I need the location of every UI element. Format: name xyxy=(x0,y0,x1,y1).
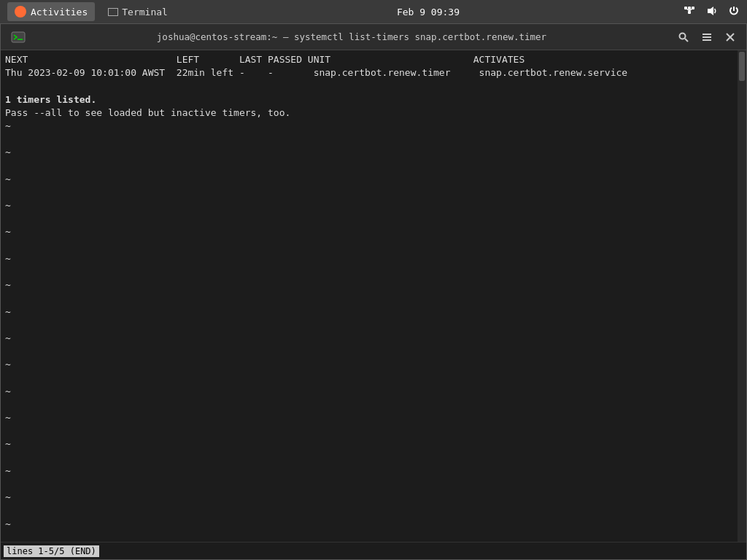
system-tray xyxy=(683,5,740,19)
tilde-1: ~ xyxy=(5,120,742,133)
tilde-11: ~ xyxy=(5,385,742,398)
svg-marker-7 xyxy=(708,7,713,15)
terminal-tab-label: Terminal xyxy=(122,7,168,18)
terminal-content[interactable]: NEXT LEFT LAST PASSED UNIT ACTIVATES Thu… xyxy=(1,50,746,542)
hamburger-icon xyxy=(701,31,713,43)
data-row-1: Thu 2023-02-09 10:01:00 AWST 22min left … xyxy=(5,67,627,78)
search-icon xyxy=(678,31,689,43)
tilde-4: ~ xyxy=(5,199,742,212)
activities-button[interactable]: Activities xyxy=(7,2,95,21)
status-text: lines 1-5/5 (END) xyxy=(4,545,99,557)
tilde-3: ~ xyxy=(5,173,742,186)
search-button[interactable] xyxy=(673,27,694,47)
tilde-13: ~ xyxy=(5,438,742,451)
title-bar: joshua@centos-stream:~ — systemctl list-… xyxy=(1,24,746,50)
tilde-15: ~ xyxy=(5,491,742,504)
tilde-2: ~ xyxy=(5,146,742,159)
svg-rect-3 xyxy=(688,11,691,14)
scrollbar[interactable] xyxy=(738,50,746,542)
terminal-app-icon xyxy=(11,30,26,44)
svg-rect-14 xyxy=(703,39,711,41)
volume-icon[interactable] xyxy=(706,5,718,19)
terminal-tab[interactable]: Terminal xyxy=(102,5,174,19)
tilde-16: ~ xyxy=(5,518,742,531)
scrollbar-thumb[interactable] xyxy=(739,52,745,81)
menu-button[interactable] xyxy=(697,27,717,47)
activities-icon xyxy=(15,6,26,18)
tilde-10: ~ xyxy=(5,358,742,371)
close-button[interactable] xyxy=(720,27,740,47)
activities-label: Activities xyxy=(31,7,88,18)
system-datetime: Feb 9 09:39 xyxy=(397,7,460,18)
svg-rect-1 xyxy=(688,7,691,9)
status-bar: lines 1-5/5 (END) xyxy=(1,542,746,559)
window-controls xyxy=(673,27,740,47)
svg-point-10 xyxy=(680,33,686,39)
tilde-12: ~ xyxy=(5,411,742,424)
terminal-output: NEXT LEFT LAST PASSED UNIT ACTIVATES Thu… xyxy=(5,53,742,542)
network-icon[interactable] xyxy=(683,5,696,19)
tilde-9: ~ xyxy=(5,332,742,345)
svg-line-11 xyxy=(685,39,688,42)
columns-header: NEXT LEFT LAST PASSED UNIT ACTIVATES xyxy=(5,54,525,65)
tilde-14: ~ xyxy=(5,464,742,478)
summary-line-1: 1 timers listed. xyxy=(5,94,96,105)
tilde-6: ~ xyxy=(5,252,742,265)
terminal-tab-icon xyxy=(108,8,118,16)
svg-rect-13 xyxy=(703,36,711,38)
svg-rect-12 xyxy=(703,34,711,35)
svg-rect-8 xyxy=(12,32,25,42)
system-bar: Activities Terminal Feb 9 09:39 xyxy=(0,0,747,23)
summary-line-2: Pass --all to see loaded but inactive ti… xyxy=(5,107,290,118)
power-icon[interactable] xyxy=(728,5,740,19)
terminal-window: joshua@centos-stream:~ — systemctl list-… xyxy=(0,23,747,560)
tilde-5: ~ xyxy=(5,225,742,238)
window-title: joshua@centos-stream:~ — systemctl list-… xyxy=(30,31,673,42)
close-icon xyxy=(725,32,735,42)
terminal-window-icon xyxy=(7,30,30,44)
tilde-7: ~ xyxy=(5,279,742,292)
tilde-8: ~ xyxy=(5,306,742,319)
